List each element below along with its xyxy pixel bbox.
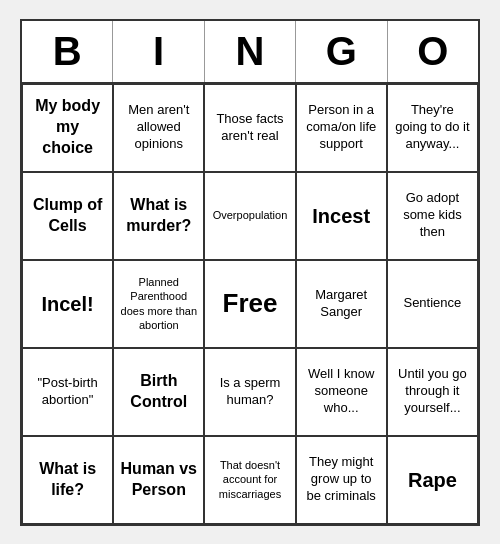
header-letter-b: B (22, 21, 113, 82)
bingo-cell-16: Birth Control (113, 348, 204, 436)
bingo-cell-22: That doesn't account for miscarriages (204, 436, 295, 524)
bingo-cell-18: Well I know someone who... (296, 348, 387, 436)
bingo-card: BINGO My body my choiceMen aren't allowe… (20, 19, 480, 526)
bingo-cell-11: Planned Parenthood does more than aborti… (113, 260, 204, 348)
bingo-cell-24: Rape (387, 436, 478, 524)
bingo-cell-0: My body my choice (22, 84, 113, 172)
bingo-cell-12: Free (204, 260, 295, 348)
bingo-cell-6: What is murder? (113, 172, 204, 260)
bingo-cell-1: Men aren't allowed opinions (113, 84, 204, 172)
header-letter-g: G (296, 21, 387, 82)
bingo-cell-14: Sentience (387, 260, 478, 348)
bingo-cell-17: Is a sperm human? (204, 348, 295, 436)
bingo-cell-23: They might grow up to be criminals (296, 436, 387, 524)
bingo-cell-8: Incest (296, 172, 387, 260)
bingo-cell-2: Those facts aren't real (204, 84, 295, 172)
bingo-cell-9: Go adopt some kids then (387, 172, 478, 260)
bingo-cell-21: Human vs Person (113, 436, 204, 524)
bingo-cell-7: Overpopulation (204, 172, 295, 260)
bingo-cell-15: "Post-birth abortion" (22, 348, 113, 436)
bingo-cell-20: What is life? (22, 436, 113, 524)
bingo-cell-19: Until you go through it yourself... (387, 348, 478, 436)
bingo-cell-4: They're going to do it anyway... (387, 84, 478, 172)
bingo-cell-13: Margaret Sanger (296, 260, 387, 348)
bingo-cell-10: Incel! (22, 260, 113, 348)
header-letter-i: I (113, 21, 204, 82)
bingo-grid: My body my choiceMen aren't allowed opin… (22, 84, 478, 524)
header-letter-o: O (388, 21, 478, 82)
bingo-header: BINGO (22, 21, 478, 84)
bingo-cell-3: Person in a coma/on life support (296, 84, 387, 172)
header-letter-n: N (205, 21, 296, 82)
bingo-cell-5: Clump of Cells (22, 172, 113, 260)
